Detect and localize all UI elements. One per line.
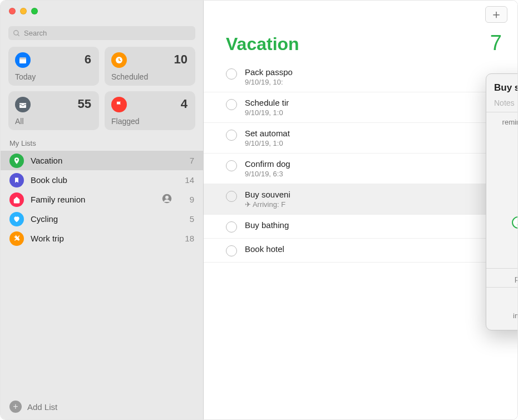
reminder-title: Schedule tir [245, 98, 506, 107]
home-icon [9, 192, 24, 207]
list-name: Cycling [31, 214, 174, 224]
reminder-title: Buy bathing [245, 220, 506, 230]
sidebar: Search 6 Today 10 Scheduled 55 All 4 Fla… [1, 1, 204, 419]
smartlist-count: 4 [181, 97, 188, 111]
smartlist-count: 55 [78, 97, 91, 111]
search-placeholder: Search [24, 29, 47, 37]
shared-icon [162, 194, 174, 206]
svg-line-1 [18, 34, 19, 36]
smartlist-flagged[interactable]: 4 Flagged [105, 91, 195, 130]
reminder-subtitle: 9/10/19, 1:0 [245, 108, 506, 117]
list-item-family-reunion[interactable]: Family reunion 9 [1, 190, 203, 209]
search-input[interactable]: Search [8, 26, 195, 40]
complete-checkbox[interactable] [226, 221, 237, 233]
url-label: URL [494, 292, 518, 302]
reminder-subtitle: 9/10/19, 10: [245, 78, 506, 86]
smartlist-label: Today [15, 72, 36, 81]
smartlist-all[interactable]: 55 All [8, 91, 99, 130]
complete-checkbox[interactable] [226, 191, 237, 202]
reminder-details-popover: Buy souvenirs Notes remind me On a Day [486, 73, 518, 330]
tray-icon [15, 97, 31, 112]
complete-checkbox[interactable] [226, 160, 237, 171]
list-name: Book club [31, 175, 174, 185]
flag-icon [111, 97, 127, 112]
reminder-item[interactable]: Schedule tir 9/10/19, 1:0 [204, 92, 517, 123]
reminder-title: Buy souveni [245, 190, 506, 199]
popover-title[interactable]: Buy souvenirs [494, 82, 518, 93]
list-title: Vacation [226, 34, 299, 55]
svg-point-0 [14, 30, 18, 34]
list-name: Work trip [31, 234, 174, 243]
smartlist-scheduled[interactable]: 10 Scheduled [105, 47, 195, 86]
svg-point-5 [16, 159, 18, 160]
reminder-title: Confirm dog [245, 159, 506, 169]
svg-rect-3 [19, 57, 26, 59]
complete-checkbox[interactable] [226, 245, 237, 256]
reminder-item[interactable]: Book hotel [204, 239, 517, 263]
reminder-item[interactable]: Buy souveni ✈ Arriving: F [204, 184, 517, 215]
list-item-vacation[interactable]: Vacation 7 [1, 151, 203, 170]
my-lists-header: My Lists [1, 138, 203, 151]
complete-checkbox[interactable] [226, 68, 237, 80]
heart-icon [9, 212, 24, 226]
list-count: 7 [490, 31, 502, 55]
reminder-title: Book hotel [245, 244, 506, 254]
reminder-subtitle: ✈ Arriving: F [245, 200, 506, 209]
images-label: images [494, 310, 518, 320]
list-item-cycling[interactable]: Cycling 5 [1, 209, 203, 229]
list-item-work-trip[interactable]: Work trip 18 [1, 229, 203, 248]
minimize-window[interactable] [20, 8, 27, 14]
plane-icon [9, 231, 24, 246]
smartlist-label: All [15, 117, 24, 126]
close-window[interactable] [9, 8, 16, 14]
calendar-icon [15, 52, 31, 68]
smartlist-label: Flagged [111, 117, 140, 126]
list-name: Family reunion [31, 195, 155, 204]
smartlist-today[interactable]: 6 Today [8, 47, 99, 86]
reminder-item[interactable]: Pack passpo 9/10/19, 10: [204, 62, 517, 92]
add-reminder-button[interactable]: ＋ [485, 6, 507, 23]
reminder-item[interactable]: Set automat 9/10/19, 1:0 [204, 123, 517, 154]
reminder-subtitle: 9/10/19, 1:0 [245, 139, 506, 147]
list-count: 7 [181, 156, 194, 165]
remind-me-label: remind me [494, 117, 518, 126]
add-list-button[interactable]: + Add List [1, 394, 203, 419]
pin-icon [9, 154, 24, 168]
list-count: 9 [181, 195, 194, 204]
notes-field[interactable]: Notes [486, 98, 518, 112]
reminder-title: Pack passpo [245, 67, 506, 77]
search-icon [13, 29, 21, 37]
list-name: Vacation [31, 156, 174, 165]
plus-icon: + [9, 401, 22, 413]
list-count: 5 [181, 214, 194, 224]
reminder-title: Set automat [245, 129, 506, 138]
reminder-item[interactable]: Confirm dog 9/10/19, 6:3 [204, 154, 517, 184]
priority-label: priority [494, 273, 518, 283]
list-item-book-club[interactable]: Book club 14 [1, 170, 203, 190]
smartlist-count: 10 [174, 52, 188, 67]
reminder-item[interactable]: Buy bathing [204, 215, 517, 239]
smartlist-count: 6 [85, 52, 91, 67]
clock-icon [111, 52, 127, 68]
complete-checkbox[interactable] [226, 99, 237, 110]
svg-point-7 [165, 195, 169, 199]
smartlist-label: Scheduled [111, 72, 148, 81]
bookmark-icon [9, 173, 24, 187]
list-count: 18 [181, 234, 194, 243]
add-list-label: Add List [27, 402, 57, 412]
list-count: 14 [181, 175, 194, 185]
complete-checkbox[interactable] [226, 130, 237, 141]
zoom-window[interactable] [31, 8, 38, 14]
main-content: ＋ Vacation 7 Pack passpo 9/10/19, 10: Sc… [204, 1, 517, 419]
reminder-subtitle: 9/10/19, 6:3 [245, 170, 506, 178]
